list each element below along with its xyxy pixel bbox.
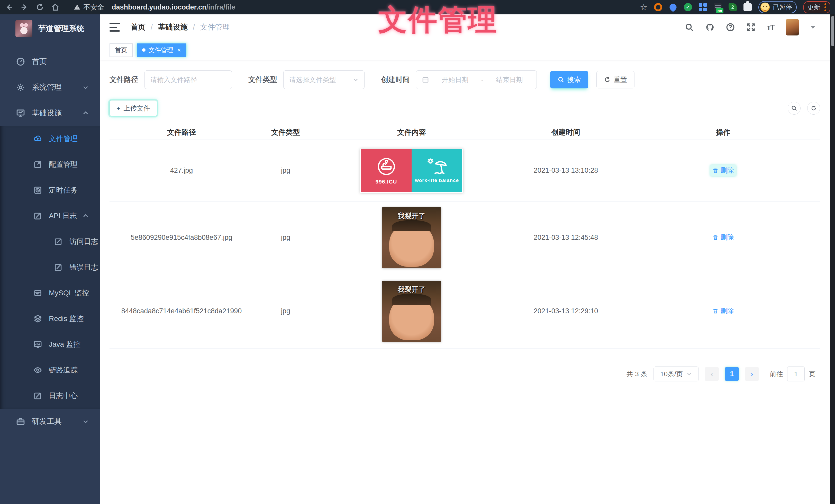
sidebar-item-error-log[interactable]: 错误日志	[0, 254, 100, 280]
filter-form: 文件路径 文件类型 请选择文件类型 创建时间 开始日期 - 结束日期	[109, 70, 820, 89]
address-bar[interactable]: 不安全 dashboard.yudao.iocoder.cn/infra/fil…	[74, 3, 235, 12]
sidebar-item-scheduled-jobs[interactable]: 定时任务	[0, 177, 100, 203]
tag-file-manage[interactable]: 文件管理 ×	[137, 43, 186, 57]
sidebar-item-log-center[interactable]: 日志中心	[0, 383, 100, 408]
sidebar-item-label: 研发工具	[32, 416, 62, 427]
sidebar-item-file-manage[interactable]: 文件管理	[0, 126, 100, 152]
log-edit-icon	[34, 211, 42, 220]
tag-home[interactable]: 首页	[109, 43, 133, 57]
app-root: 不安全 dashboard.yudao.iocoder.cn/infra/fil…	[0, 0, 835, 504]
sidebar-item-system[interactable]: 系统管理	[0, 75, 100, 100]
browser-forward-icon[interactable]	[20, 3, 29, 12]
sidebar-item-config-manage[interactable]: 配置管理	[0, 152, 100, 177]
extension-on-icon[interactable]: on	[714, 3, 722, 11]
sidebar-item-trace[interactable]: 链路追踪	[0, 357, 100, 383]
create-time-label: 创建时间	[381, 75, 410, 85]
scrollbar-thumb[interactable]	[831, 16, 834, 46]
chrome-right-cluster: ☆ ✓ on 2 已暂停 更新	[640, 1, 830, 13]
extension-drop-icon[interactable]	[668, 2, 678, 12]
sidebar-item-redis-monitor[interactable]: Redis 监控	[0, 306, 100, 332]
sidebar-item-label: 错误日志	[69, 262, 98, 272]
fullscreen-icon[interactable]	[746, 23, 756, 32]
column-header-content: 文件内容	[318, 127, 505, 137]
date-range-picker[interactable]: 开始日期 - 结束日期	[416, 70, 537, 89]
main-panel: 首页 / 基础设施 / 文件管理 тT 首页 文件管理 ×	[100, 14, 830, 504]
cell-created-time: 2021-03-13 12:45:48	[505, 234, 626, 241]
table-header-row: 文件路径 文件类型 文件内容 创建时间 操作	[109, 125, 820, 140]
sidebar-item-api-log[interactable]: API 日志	[0, 203, 100, 229]
sidebar-item-dev-tools[interactable]: 研发工具	[0, 408, 100, 434]
reset-button[interactable]: 重置	[596, 71, 634, 88]
reset-button-label: 重置	[614, 75, 627, 84]
user-menu-caret-icon[interactable]	[810, 26, 815, 29]
delete-button[interactable]: 删除	[712, 233, 734, 242]
sidebar-toggle-icon[interactable]	[109, 23, 120, 31]
file-thumbnail-996icu[interactable]: 996.ICU work-life balance	[360, 149, 463, 193]
user-avatar[interactable]	[786, 19, 799, 36]
browser-chrome: 不安全 dashboard.yudao.iocoder.cn/infra/fil…	[0, 0, 835, 14]
header-search-icon[interactable]	[685, 23, 694, 32]
logo-image	[16, 20, 33, 37]
extension-grid-icon[interactable]	[699, 3, 707, 11]
sidebar-logo[interactable]: 芋道管理系统	[0, 14, 100, 42]
cell-actions: 删除	[626, 233, 820, 243]
help-icon[interactable]	[726, 23, 735, 32]
breadcrumb-home[interactable]: 首页	[130, 22, 145, 33]
file-path-label: 文件路径	[109, 75, 138, 85]
github-icon[interactable]	[705, 23, 714, 32]
bed-pin-icon	[376, 156, 396, 176]
upload-button-label: 上传文件	[123, 104, 150, 113]
search-button[interactable]: 搜索	[550, 71, 588, 88]
browser-profile-avatar	[760, 3, 770, 12]
page-scrollbar[interactable]	[830, 14, 835, 504]
file-thumbnail-baby-meme[interactable]: 我裂开了	[382, 281, 441, 342]
breadcrumb-infra[interactable]: 基础设施	[158, 22, 188, 33]
sidebar-item-home[interactable]: 首页	[0, 49, 100, 75]
browser-reload-icon[interactable]	[36, 3, 44, 12]
tag-active-dot	[142, 48, 145, 52]
thumb-left-panel: 996.ICU	[361, 149, 412, 192]
breadcrumb-current: 文件管理	[200, 22, 230, 33]
goto-page-input[interactable]	[787, 366, 805, 381]
sidebar-item-access-log[interactable]: 访问日志	[0, 229, 100, 254]
refresh-table-button[interactable]	[807, 102, 820, 114]
file-type-select[interactable]: 请选择文件类型	[283, 70, 365, 89]
search-icon	[791, 105, 797, 111]
sidebar-item-infra[interactable]: 基础设施	[0, 100, 100, 126]
browser-home-icon[interactable]	[51, 3, 60, 12]
cell-file-type: jpg	[253, 307, 318, 315]
gear-icon	[16, 83, 25, 92]
thumb-right-panel: work-life balance	[412, 149, 462, 192]
extension-leaf-icon[interactable]: 2	[729, 3, 737, 11]
upload-file-button[interactable]: + 上传文件	[109, 100, 157, 116]
extension-check-icon[interactable]: ✓	[684, 3, 692, 11]
profile-paused-badge[interactable]: 已暂停	[758, 1, 797, 13]
sidebar-item-mysql-monitor[interactable]: MySQL 监控	[0, 280, 100, 306]
prev-page-button[interactable]: ‹	[705, 367, 719, 381]
page-size-select[interactable]: 10条/页	[653, 366, 699, 381]
table-tools	[788, 102, 820, 114]
sidebar-item-label: 配置管理	[49, 160, 78, 169]
next-page-button[interactable]: ›	[745, 367, 759, 381]
file-path-input[interactable]	[150, 76, 226, 84]
cell-created-time: 2021-03-13 13:10:28	[505, 167, 626, 174]
toggle-search-button[interactable]	[788, 102, 800, 114]
edit-square-icon	[34, 160, 42, 169]
current-page-button[interactable]: 1	[725, 367, 739, 381]
browser-back-icon[interactable]	[5, 3, 13, 12]
font-size-icon[interactable]: тT	[767, 23, 774, 31]
tag-close-icon[interactable]: ×	[177, 46, 181, 54]
browser-menu-icon[interactable]	[824, 3, 826, 11]
delete-button[interactable]: 删除	[710, 165, 736, 176]
file-thumbnail-baby-meme[interactable]: 我裂开了	[382, 207, 441, 268]
sidebar-item-java-monitor[interactable]: Java 监控	[0, 332, 100, 357]
column-header-type: 文件类型	[253, 127, 318, 137]
security-warning[interactable]: 不安全	[74, 3, 104, 12]
browser-update-button[interactable]: 更新	[803, 1, 830, 13]
extension-icon[interactable]	[654, 3, 662, 11]
extensions-puzzle-icon[interactable]	[744, 3, 752, 11]
cell-file-content: 我裂开了	[318, 281, 505, 342]
delete-button[interactable]: 删除	[712, 306, 734, 315]
database-icon	[34, 289, 42, 297]
bookmark-star-icon[interactable]: ☆	[640, 3, 647, 11]
